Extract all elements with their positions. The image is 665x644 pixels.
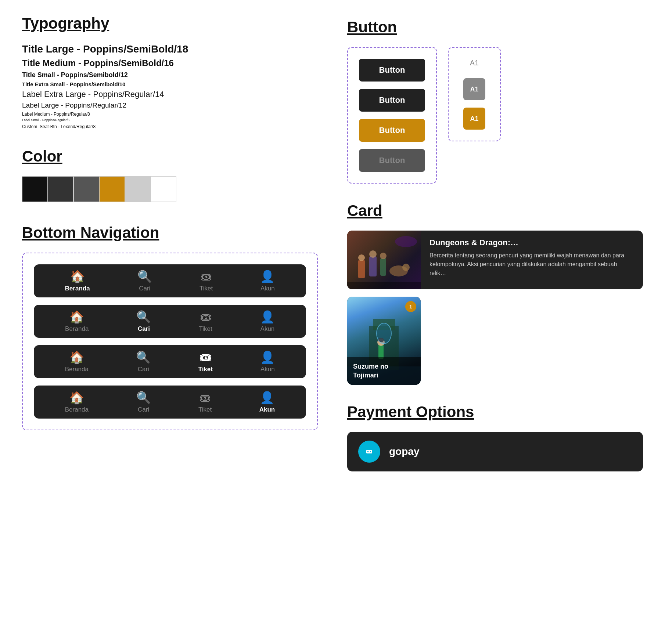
card-vertical-row: 1 Suzume no Tojimari bbox=[347, 297, 643, 385]
typography-section: Typography Title Large - Poppins/SemiBol… bbox=[22, 15, 318, 129]
nav-cari-label-4: Cari bbox=[138, 406, 149, 413]
swatch-medium-gray bbox=[73, 176, 99, 202]
btn-sm-top-label: A1 bbox=[470, 59, 479, 67]
user-icon: 👤 bbox=[260, 269, 275, 283]
nav-beranda-1[interactable]: 🏠 Beranda bbox=[65, 269, 90, 292]
card-dungeons[interactable]: Dungeons & Dragon:… Bercerita tentang se… bbox=[347, 231, 643, 289]
button-column-right: A1 A1 A1 bbox=[448, 47, 501, 141]
nav-beranda-2[interactable]: 🏠 Beranda bbox=[65, 310, 89, 333]
nav-tiket-1[interactable]: 🎟 Tiket bbox=[200, 270, 213, 292]
nav-beranda-label-1: Beranda bbox=[65, 285, 90, 292]
nav-cari-label-3: Cari bbox=[138, 366, 149, 373]
nav-beranda-label-4: Beranda bbox=[65, 406, 89, 413]
bottom-nav-section: Bottom Navigation 🏠 Beranda 🔍 Cari 🎟 Tik… bbox=[22, 224, 318, 430]
payment-gopay-card[interactable]: gopay bbox=[347, 432, 643, 471]
btn-sm-gray[interactable]: A1 bbox=[463, 78, 485, 100]
nav-beranda-3[interactable]: 🏠 Beranda bbox=[65, 350, 89, 373]
button-gray[interactable]: Button bbox=[359, 149, 425, 172]
svg-point-8 bbox=[402, 264, 410, 271]
nav-cari-4[interactable]: 🔍 Cari bbox=[136, 391, 151, 413]
swatch-white bbox=[151, 176, 176, 202]
card-title: Card bbox=[347, 202, 643, 220]
button-title: Button bbox=[347, 18, 643, 36]
svg-rect-1 bbox=[358, 260, 365, 278]
home-icon-3: 🏠 bbox=[69, 350, 84, 364]
card-dungeons-content: Dungeons & Dragon:… Bercerita tentang se… bbox=[421, 231, 643, 289]
user-icon-2: 👤 bbox=[260, 310, 275, 324]
card-dungeons-desc: Bercerita tentang seorang pencuri yang m… bbox=[429, 251, 634, 278]
card-suzume-title: Suzume no Tojimari bbox=[353, 362, 415, 380]
nav-cari-label-1: Cari bbox=[139, 285, 150, 292]
button-column-left: Button Button Button Button bbox=[347, 47, 437, 184]
svg-point-6 bbox=[380, 253, 387, 259]
nav-akun-2[interactable]: 👤 Akun bbox=[260, 310, 275, 333]
nav-akun-1[interactable]: 👤 Akun bbox=[260, 269, 275, 292]
button-dark-2[interactable]: Button bbox=[359, 89, 425, 112]
ticket-icon-2: 🎟 bbox=[200, 310, 212, 324]
svg-rect-9 bbox=[347, 282, 421, 289]
payment-title: Payment Options bbox=[347, 403, 643, 421]
nav-bar-1: 🏠 Beranda 🔍 Cari 🎟 Tiket 👤 Akun bbox=[34, 264, 306, 297]
user-icon-3: 👤 bbox=[260, 350, 275, 364]
color-section: Color bbox=[22, 148, 318, 202]
svg-rect-13 bbox=[378, 344, 384, 359]
typo-style-6: Label Medium - Poppins/Regular/8 bbox=[22, 112, 318, 117]
gopay-icon bbox=[358, 441, 380, 463]
dungeons-figures bbox=[347, 231, 421, 289]
nav-cari-3[interactable]: 🔍 Cari bbox=[136, 350, 151, 373]
nav-tiket-4[interactable]: 🎟 Tiket bbox=[198, 391, 212, 413]
user-icon-4: 👤 bbox=[260, 391, 274, 405]
typo-style-3: Title Extra Small - Poppins/Semibold/10 bbox=[22, 81, 318, 87]
card-suzume-overlay: Suzume no Tojimari bbox=[347, 357, 421, 385]
nav-bar-4: 🏠 Beranda 🔍 Cari 🎟 Tiket 👤 Akun bbox=[34, 386, 306, 419]
nav-cari-label-2: Cari bbox=[138, 325, 150, 333]
home-icon-2: 🏠 bbox=[69, 310, 84, 324]
typo-style-4: Label Extra Large - Poppins/Regular/14 bbox=[22, 90, 318, 99]
nav-tiket-3[interactable]: 🎟 Tiket bbox=[198, 351, 213, 373]
nav-akun-label-4: Akun bbox=[259, 406, 275, 413]
nav-akun-label-1: Akun bbox=[260, 285, 275, 292]
card-section: Card bbox=[347, 202, 643, 385]
nav-tiket-label-4: Tiket bbox=[198, 406, 212, 413]
typo-style-5: Label Large - Poppins/Regular/12 bbox=[22, 101, 318, 109]
payment-section: Payment Options gopay bbox=[347, 403, 643, 471]
search-icon-4: 🔍 bbox=[136, 391, 151, 405]
svg-point-2 bbox=[358, 254, 365, 261]
nav-akun-4[interactable]: 👤 Akun bbox=[259, 391, 275, 413]
btn-sm-orange[interactable]: A1 bbox=[463, 108, 485, 130]
ticket-icon-3: 🎟 bbox=[200, 351, 211, 364]
card-suzume[interactable]: 1 Suzume no Tojimari bbox=[347, 297, 421, 385]
typo-style-1: Title Medium - Poppins/SemiBold/16 bbox=[22, 58, 318, 68]
button-container: Button Button Button Button A1 A1 A1 bbox=[347, 47, 643, 184]
nav-bar-2: 🏠 Beranda 🔍 Cari 🎟 Tiket 👤 Akun bbox=[34, 305, 306, 338]
nav-tiket-label-1: Tiket bbox=[200, 285, 213, 292]
button-section: Button Button Button Button Button A1 A1… bbox=[347, 18, 643, 184]
bottom-nav-title: Bottom Navigation bbox=[22, 224, 318, 242]
typo-style-8: Custom_Seat-Btn - Lexend/Regular/8 bbox=[22, 124, 318, 129]
card-dungeons-image bbox=[347, 231, 421, 289]
nav-cari-2[interactable]: 🔍 Cari bbox=[136, 310, 151, 333]
button-dark-1[interactable]: Button bbox=[359, 59, 425, 82]
nav-tiket-2[interactable]: 🎟 Tiket bbox=[199, 310, 212, 333]
svg-point-16 bbox=[377, 323, 391, 344]
typo-style-7: Label Small - Poppins/Regular/6 bbox=[22, 118, 318, 122]
svg-rect-3 bbox=[369, 256, 377, 276]
swatch-orange bbox=[99, 176, 125, 202]
nav-beranda-label-3: Beranda bbox=[65, 366, 89, 373]
gopay-label: gopay bbox=[389, 446, 419, 457]
ticket-icon: 🎟 bbox=[200, 270, 212, 283]
svg-point-21 bbox=[369, 451, 370, 452]
color-swatches bbox=[22, 176, 318, 202]
card-dungeons-title: Dungeons & Dragon:… bbox=[429, 238, 634, 247]
search-icon-2: 🔍 bbox=[136, 310, 151, 324]
swatch-light-gray bbox=[125, 176, 151, 202]
nav-cari-1[interactable]: 🔍 Cari bbox=[137, 269, 152, 292]
ticket-icon-4: 🎟 bbox=[199, 391, 211, 405]
nav-bar-3: 🏠 Beranda 🔍 Cari 🎟 Tiket 👤 Akun bbox=[34, 345, 306, 378]
nav-beranda-4[interactable]: 🏠 Beranda bbox=[65, 391, 89, 413]
typo-style-2: Title Small - Poppins/Semibold/12 bbox=[22, 71, 318, 79]
nav-akun-3[interactable]: 👤 Akun bbox=[260, 350, 275, 373]
button-orange[interactable]: Button bbox=[359, 119, 425, 142]
nav-akun-label-2: Akun bbox=[260, 325, 275, 333]
home-icon-4: 🏠 bbox=[69, 391, 84, 405]
